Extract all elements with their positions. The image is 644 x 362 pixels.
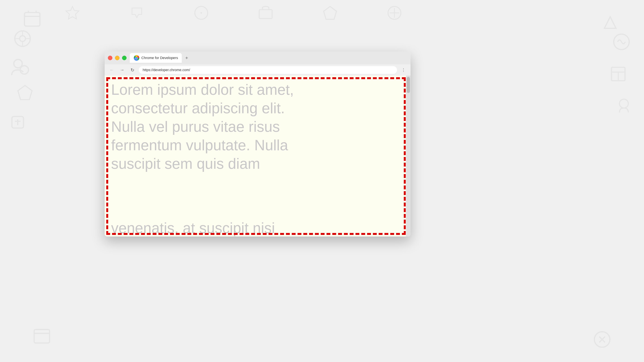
svg-point-21 (200, 12, 202, 14)
scrollbar-thumb[interactable] (407, 77, 410, 93)
deco-icon-14 (322, 5, 338, 21)
refresh-button[interactable]: ↻ (128, 66, 136, 74)
active-tab[interactable]: Chrome for Developers (130, 53, 182, 63)
minimize-button[interactable] (115, 56, 120, 60)
back-button[interactable]: ← (108, 66, 116, 74)
svg-point-34 (136, 57, 138, 59)
svg-point-10 (14, 59, 22, 68)
deco-icon-7 (612, 32, 631, 51)
deco-icon-8 (608, 64, 628, 84)
nav-bar: ← → ↻ ⋮ (105, 64, 410, 76)
svg-point-20 (195, 6, 208, 19)
deco-icon-1 (22, 10, 42, 29)
close-button[interactable] (108, 56, 112, 60)
deco-icon-12 (193, 5, 209, 21)
scrollbar[interactable] (406, 76, 410, 237)
svg-point-4 (15, 31, 30, 46)
deco-icon-3 (10, 56, 30, 77)
deco-icon-15 (386, 5, 402, 21)
svg-rect-16 (612, 67, 625, 81)
svg-point-11 (20, 66, 28, 74)
deco-icon-9 (615, 96, 633, 114)
deco-icon-6 (600, 13, 620, 32)
address-bar[interactable] (139, 66, 397, 74)
deco-icon-16 (32, 327, 52, 346)
page-content: Lorem ipsum dolor sit amet, consectetur … (105, 76, 410, 237)
deco-icon-5 (8, 113, 27, 132)
svg-rect-12 (12, 116, 24, 128)
lorem-ipsum-text: Lorem ipsum dolor sit amet, consectetur … (105, 76, 406, 178)
deco-icon-10 (64, 5, 80, 21)
traffic-lights (108, 56, 126, 60)
deco-icon-17 (592, 330, 612, 349)
svg-point-15 (614, 34, 629, 49)
new-tab-button[interactable]: + (183, 54, 190, 61)
tab-area: Chrome for Developers + (130, 53, 407, 63)
svg-rect-0 (24, 12, 40, 26)
svg-point-23 (388, 6, 401, 19)
deco-icon-4 (16, 84, 34, 101)
browser-window: Chrome for Developers + ← → ↻ ⋮ Lorem ip… (105, 51, 410, 237)
deco-icon-2 (13, 29, 32, 48)
deco-icon-13 (258, 5, 274, 21)
title-bar: Chrome for Developers + (105, 51, 410, 64)
tab-title: Chrome for Developers (141, 56, 178, 60)
svg-point-19 (620, 99, 628, 108)
svg-point-5 (20, 36, 26, 41)
svg-rect-26 (34, 330, 50, 343)
chrome-logo-icon (134, 55, 140, 61)
forward-button[interactable]: → (118, 66, 126, 74)
maximize-button[interactable] (122, 56, 126, 60)
menu-button[interactable]: ⋮ (400, 66, 407, 74)
svg-point-28 (594, 332, 610, 347)
svg-rect-22 (259, 10, 272, 18)
lorem-overflow-text: venenatis, at suscipit nisi eleifend. Nu… (105, 219, 406, 237)
deco-icon-11 (129, 5, 145, 21)
